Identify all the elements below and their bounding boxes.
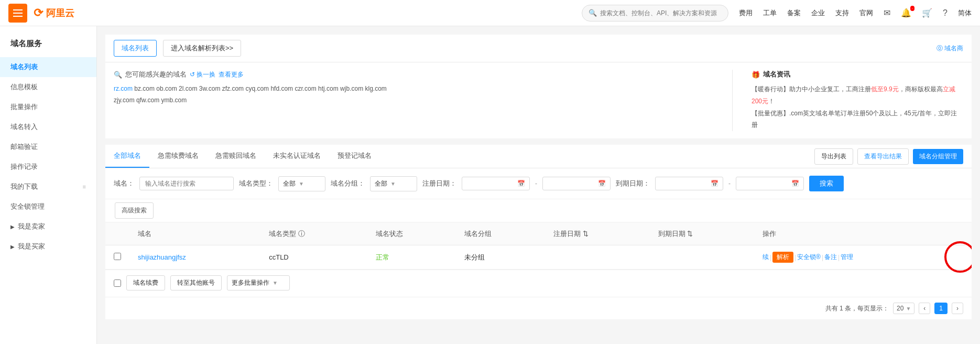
expdate-label: 到期日期： — [616, 179, 650, 188]
date-separator: - — [535, 180, 537, 187]
expdate-start-input[interactable]: 📅 — [655, 177, 723, 190]
sidebar-item-domain-list[interactable]: 域名列表 — [0, 57, 96, 77]
help-icon[interactable]: ? — [943, 8, 948, 18]
per-page-select[interactable]: 20 ▼ — [893, 303, 914, 314]
total-count-text: 共有 1 条，每页显示： — [825, 304, 889, 313]
row-checkbox[interactable] — [114, 253, 121, 260]
nav-support[interactable]: 支持 — [835, 8, 849, 18]
domain-type-select[interactable]: 全部 ▼ — [278, 176, 325, 191]
sidebar-title: 域名服务 — [0, 35, 96, 57]
regdate-end-input[interactable]: 📅 — [542, 177, 611, 190]
tab-dns-list[interactable]: 进入域名解析列表>> — [163, 40, 241, 57]
domain-table: 域名 域名类型 ⓘ 域名状态 域名分组 注册日期 ⇅ — [105, 223, 972, 270]
chevron-down-icon: ▼ — [299, 181, 304, 187]
next-page-btn[interactable]: › — [952, 303, 963, 314]
tab-domain-list[interactable]: 域名列表 — [114, 40, 157, 57]
domain-group-select[interactable]: 全部 ▼ — [370, 176, 417, 191]
promo-search-icon: 🔍 — [114, 71, 122, 79]
domain-search-input[interactable] — [139, 177, 234, 190]
tab-unverified[interactable]: 未实名认证域名 — [265, 145, 329, 168]
row-actions: 续 | 解析 | 安全锁® | 备注 | 管理 — [763, 252, 963, 263]
sidebar-item-label: 邮箱验证 — [10, 142, 38, 152]
domain-search-label: 域名： — [114, 179, 134, 188]
tab-preregister[interactable]: 预登记域名 — [329, 145, 380, 168]
sidebar-item-my-downloads[interactable]: 我的下载 ≡ — [0, 177, 96, 197]
language-toggle[interactable]: 简体 — [958, 8, 972, 18]
bell-icon[interactable]: 🔔· — [901, 8, 911, 18]
nav-official[interactable]: 官网 — [859, 8, 873, 18]
promo-domain-rz[interactable]: rz.com — [114, 85, 133, 92]
nav-enterprise[interactable]: 企业 — [811, 8, 825, 18]
sidebar-item-label: 操作记录 — [10, 162, 38, 171]
search-button[interactable]: 搜索 — [809, 176, 844, 191]
bulk-more-select[interactable]: 更多批量操作 ▼ — [227, 275, 290, 291]
promo-news-1: 【暖春行动】助力中小企业复工，工商注册低至9.9元，商标版权最高立减200元！ — [752, 83, 963, 108]
domain-help-link[interactable]: ⓪ 域名商 — [937, 44, 963, 53]
highlight-price: 低至9.9元 — [871, 85, 899, 93]
nav-tickets[interactable]: 工单 — [763, 8, 777, 18]
tab-redeem-needed[interactable]: 急需赎回域名 — [207, 145, 265, 168]
nav-filing[interactable]: 备案 — [787, 8, 801, 18]
nav-items: 费用 工单 备案 企业 支持 官网 ✉ 🔔· 🛒 ? 简体 — [739, 8, 972, 18]
logo-text: 阿里云 — [46, 7, 74, 19]
tab-renew-needed[interactable]: 急需续费域名 — [149, 145, 207, 168]
promo-refresh-btn[interactable]: ↺ 换一换 — [190, 70, 215, 79]
cart-icon[interactable]: 🛒 — [922, 8, 932, 18]
global-search[interactable]: 🔍 — [582, 5, 728, 22]
action-security-lock[interactable]: 安全锁® — [797, 253, 821, 262]
batch-transfer-btn[interactable]: 转至其他账号 — [170, 275, 222, 291]
regdate-label: 注册日期： — [422, 179, 456, 188]
mail-icon[interactable]: ✉ — [884, 8, 890, 18]
expdate-end-input[interactable]: 📅 — [736, 177, 804, 190]
advanced-search-btn[interactable]: 高级搜索 — [115, 202, 154, 219]
group-manage-btn[interactable]: 域名分组管理 — [913, 149, 963, 164]
action-note[interactable]: 备注 — [824, 253, 837, 262]
calendar-icon: 📅 — [598, 180, 606, 187]
cell-type: ccTLD — [260, 245, 367, 270]
top-nav: ⟳ 阿里云 🔍 费用 工单 备案 企业 支持 官网 ✉ 🔔· 🛒 ? 简体 — [0, 0, 980, 26]
cell-group: 未分组 — [456, 245, 545, 270]
type-value: 全部 — [283, 179, 296, 188]
collapse-icon: ≡ — [83, 184, 86, 190]
sidebar-item-bulk-ops[interactable]: 批量操作 — [0, 97, 96, 117]
action-dns[interactable]: 解析 — [772, 252, 793, 263]
cell-expdate — [650, 245, 754, 270]
th-domain: 域名 — [129, 223, 260, 245]
search-icon: 🔍 — [589, 9, 597, 17]
th-action: 操作 — [754, 223, 972, 245]
domain-name-link[interactable]: shijiazhuangjfsz — [138, 253, 186, 261]
regdate-start-input[interactable]: 📅 — [462, 177, 530, 190]
select-all-checkbox[interactable] — [114, 280, 121, 287]
search-input[interactable] — [600, 9, 722, 17]
action-manage[interactable]: 管理 — [841, 253, 853, 262]
page-1-btn[interactable]: 1 — [934, 303, 948, 314]
sidebar-item-security-lock[interactable]: 安全锁管理 — [0, 197, 96, 217]
sidebar-item-seller[interactable]: ▶ 我是卖家 — [0, 217, 96, 236]
sidebar: 域名服务 域名列表 信息模板 批量操作 域名转入 邮箱验证 操作记录 我的下载 … — [0, 26, 97, 344]
action-renew[interactable]: 续 — [763, 253, 769, 262]
sidebar-item-ops-log[interactable]: 操作记录 — [0, 157, 96, 177]
hamburger-button[interactable] — [8, 4, 27, 23]
date-separator-2: - — [728, 180, 731, 187]
table-header-row: 域名 域名类型 ⓘ 域名状态 域名分组 注册日期 ⇅ — [105, 223, 972, 245]
sidebar-item-info-template[interactable]: 信息模板 — [0, 77, 96, 97]
tab-all-domains[interactable]: 全部域名 — [105, 145, 149, 168]
th-expdate[interactable]: 到期日期 ⇅ — [650, 223, 754, 245]
prev-page-btn[interactable]: ‹ — [919, 303, 930, 314]
view-export-result-btn[interactable]: 查看导出结果 — [857, 148, 909, 165]
sidebar-item-label: 我是买家 — [18, 242, 45, 251]
cell-status: 正常 — [367, 245, 456, 270]
calendar-icon: 📅 — [517, 180, 525, 187]
cell-regdate — [545, 245, 649, 270]
th-type: 域名类型 ⓘ — [260, 223, 367, 245]
promo-more-btn[interactable]: 查看更多 — [219, 70, 244, 79]
th-status: 域名状态 — [367, 223, 456, 245]
export-list-btn[interactable]: 导出列表 — [814, 148, 853, 165]
sidebar-item-domain-transfer[interactable]: 域名转入 — [0, 117, 96, 137]
nav-fees[interactable]: 费用 — [739, 8, 753, 18]
th-regdate[interactable]: 注册日期 ⇅ — [545, 223, 649, 245]
sidebar-item-buyer[interactable]: ▶ 我是买家 — [0, 236, 96, 256]
batch-renew-btn[interactable]: 域名续费 — [126, 275, 165, 291]
sidebar-item-email-verify[interactable]: 邮箱验证 — [0, 137, 96, 157]
promo-domain-list-1: bz.com ob.com 2l.com 3w.com zfz.com cyq.… — [134, 85, 386, 92]
